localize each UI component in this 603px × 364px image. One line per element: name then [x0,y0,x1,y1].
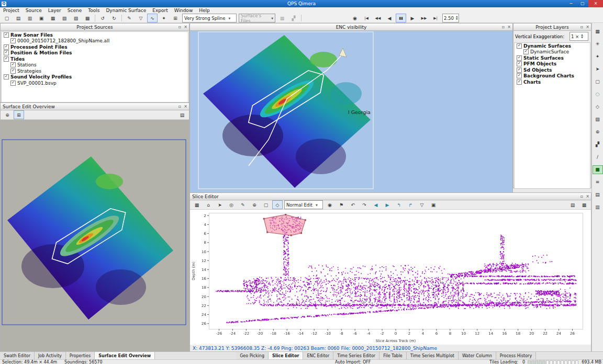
pencil-edit-icon[interactable]: ✎ [238,200,248,209]
float-panel-button[interactable]: ▫ [500,24,506,30]
menu-item-layer[interactable]: Layer [45,7,64,14]
rect-select-icon[interactable]: ▢ [593,77,603,86]
flag-icon[interactable]: ⚑ [336,200,347,209]
redo-icon[interactable]: ↷ [359,200,370,209]
new-project-icon[interactable]: ▢ [2,14,12,22]
checkbox[interactable]: ✓ [517,55,522,61]
tab-slice-editor[interactable]: Slice Editor [269,352,303,360]
home-icon[interactable]: ⌂ [203,200,214,209]
printer-icon[interactable]: ▥ [593,203,603,212]
menu-item-source[interactable]: Source [23,7,45,14]
float-panel-button[interactable]: ▫ [579,24,585,30]
tab-enc-editor[interactable]: ENC Editor [303,352,333,360]
tab-file-table[interactable]: File Table [379,352,407,360]
step-backward-icon[interactable]: ◀ [384,14,395,22]
zoom-extents-icon[interactable]: ⊕ [2,110,13,119]
filter-icon[interactable]: ▽ [417,200,427,209]
reject-backward-icon[interactable]: ◀ [371,200,381,209]
minimize-button[interactable]: ─ [565,0,577,7]
grid-tool-icon[interactable]: ⊞ [170,14,181,22]
float-panel-button[interactable]: ▫ [177,104,183,109]
tree-item-charts[interactable]: ✓Charts [515,79,590,85]
close-panel-button[interactable]: × [183,24,188,30]
select-tool-icon[interactable]: ✦ [159,14,169,22]
close-panel-button[interactable]: × [585,194,590,199]
tree-item-processed-point-files[interactable]: ✓Processed Point Files [2,44,188,50]
tab-process-history[interactable]: Process History [496,352,536,360]
float-panel-button[interactable]: ▫ [579,194,585,199]
tree-item-0000-20150712-182800-shipname-all[interactable]: ✓0000_20150712_182800_ShipName.all [2,38,188,44]
menu-item-dynamic-surface[interactable]: Dynamic Surface [103,7,149,14]
checkbox[interactable]: ✓ [4,32,9,38]
checkbox[interactable]: ✓ [4,50,9,55]
globe-icon[interactable]: ⊕ [593,128,603,136]
pause-icon[interactable]: ▮▮ [396,14,406,22]
snapshot-icon[interactable]: ▣ [428,200,439,209]
checkbox[interactable]: ✓ [10,69,16,74]
ruler-icon[interactable]: ∕ [593,153,603,162]
menu-item-project[interactable]: Project [0,7,23,14]
process-icon[interactable]: ↺ [97,14,108,22]
color-swatch-icon[interactable]: ■ [593,165,603,174]
overview-viewport[interactable] [1,120,189,352]
tree-item-position-motion-files[interactable]: ✓Position & Motion Files [2,50,188,56]
spline-filter-icon[interactable]: ∿ [147,14,158,22]
edit-surface-icon[interactable]: ✎ [124,14,135,22]
tab-water-column[interactable]: Water Column [459,352,496,360]
close-panel-button[interactable]: × [183,104,188,109]
grid-b-icon[interactable]: ▞ [288,14,299,22]
select-rect-icon[interactable]: ▢ [261,200,271,209]
menu-item-tools[interactable]: Tools [85,7,103,14]
tab-properties[interactable]: Properties [66,352,95,360]
menu-item-help[interactable]: Help [196,7,213,14]
checkbox[interactable]: ✓ [517,43,522,49]
tree-item-stations[interactable]: ✓Stations [2,62,188,69]
rotate-view-icon[interactable]: ✳ [593,40,603,49]
table-grid-icon[interactable]: ▦ [593,27,603,36]
probe-icon[interactable]: ◉ [325,200,335,209]
tree-item-dynamic-surfaces[interactable]: ✓Dynamic Surfaces [515,43,590,49]
point-edit-icon[interactable]: ⊕ [249,200,260,209]
float-panel-button[interactable]: ▫ [177,24,183,30]
close-panel-button[interactable]: × [585,24,590,30]
tree-item-strategies[interactable]: ✓Strategies [2,68,188,74]
add-processed-points-icon[interactable]: ▦ [48,14,58,22]
tree-item-svp-00001-bsvp[interactable]: ✓SVP_00001.bsvp [2,80,188,86]
tab-geo-picking[interactable]: Geo Picking [236,352,269,360]
report-icon[interactable]: ▤ [567,200,578,209]
frame-icon[interactable]: ▦ [192,200,202,209]
tab-surface-edit-overview[interactable]: Surface Edit Overview [95,352,155,360]
edit-mode-combo[interactable]: Normal Edit ▼ [284,200,323,209]
spline-strength-combo[interactable]: Very Strong Spline ▼ [182,14,237,22]
tree-item-sd-objects[interactable]: ✓Sd Objects [515,67,590,73]
vertical-exaggeration-spinner[interactable]: 1 × ▲▼ [570,32,588,41]
add-raw-sonar-icon[interactable]: ▣ [36,14,47,22]
filter-tool-icon[interactable]: ▽ [136,14,146,22]
step-forward-icon[interactable]: ▶ [407,14,418,22]
checkbox[interactable]: ✓ [10,62,16,67]
close-panel-button[interactable]: × [506,24,512,30]
reprocess-icon[interactable]: ↻ [109,14,119,22]
slice-scatter-plot[interactable] [190,210,591,345]
lasso-select-icon[interactable]: ◌ [593,90,603,99]
accept-forward-icon[interactable]: ↱ [405,200,416,209]
checkbox[interactable]: ✓ [517,67,522,73]
checkbox[interactable]: ✓ [4,74,9,79]
tab-time-series-multiplot[interactable]: Time Series Multiplot [407,352,459,360]
save-project-icon[interactable]: ▥ [25,14,35,22]
checkbox[interactable]: ✓ [4,44,9,50]
tab-swath-editor[interactable]: Swath Editor [0,352,35,360]
checkbox[interactable]: ✓ [10,38,16,43]
checkbox[interactable]: ✓ [4,56,9,62]
maximize-button[interactable]: ▢ [577,0,588,7]
fast-forward-icon[interactable]: ▶▶ [419,14,429,22]
checkbox[interactable]: ✓ [517,61,522,66]
eraser-icon[interactable]: ▨ [593,115,603,124]
add-svp-icon[interactable]: ▩ [82,14,93,22]
grid-small-icon[interactable]: ▤ [593,190,603,199]
record-icon[interactable]: ◉ [350,14,360,22]
enc-viewport[interactable]: l Georgia [190,31,512,192]
checkbox[interactable]: ✓ [10,81,16,86]
accept-backward-icon[interactable]: ↰ [394,200,404,209]
skip-start-icon[interactable]: |◀ [361,14,372,22]
